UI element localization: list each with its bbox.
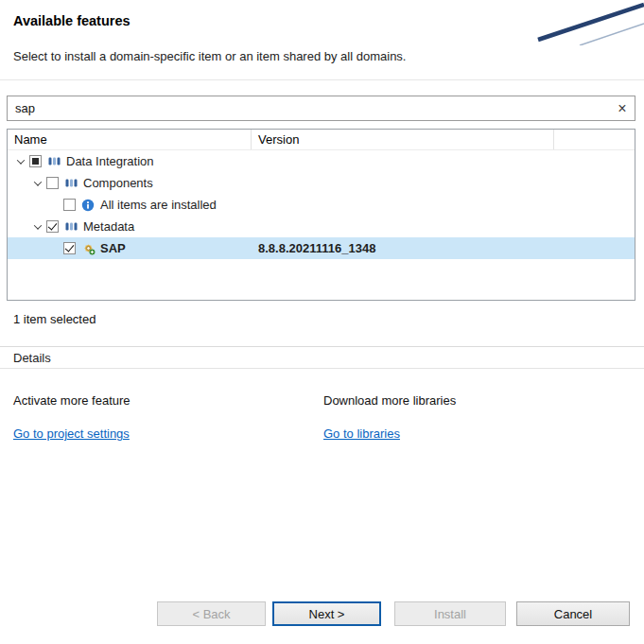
tree-row[interactable]: Components: [8, 172, 635, 194]
column-header-name[interactable]: Name: [8, 130, 252, 149]
expand-chevron-icon[interactable]: [30, 219, 45, 235]
expand-chevron-icon[interactable]: [30, 176, 45, 191]
banner-swoosh-decoration: [521, 0, 644, 45]
row-name-cell: Metadata: [8, 216, 252, 237]
go-to-project-settings-link[interactable]: Go to project settings: [13, 426, 130, 441]
feature-group-icon: [63, 219, 78, 234]
search-input[interactable]: [8, 101, 610, 115]
row-name-cell: All items are installed: [8, 194, 252, 216]
details-label: Details: [13, 351, 51, 365]
row-name-cell: Data Integration: [8, 150, 252, 172]
details-separator-bottom: [0, 368, 644, 369]
page-title: Available features: [13, 13, 131, 28]
features-tree: Name Version Data IntegrationComponentsA…: [7, 129, 635, 301]
row-checkbox[interactable]: [63, 199, 76, 211]
feature-group-icon: [63, 176, 78, 190]
row-checkbox[interactable]: [46, 177, 59, 189]
row-checkbox[interactable]: [29, 155, 42, 167]
cancel-button[interactable]: Cancel: [516, 601, 630, 626]
feature-group-icon: [46, 154, 61, 168]
back-button[interactable]: < Back: [157, 601, 266, 626]
go-to-libraries-link[interactable]: Go to libraries: [323, 426, 400, 441]
row-label: Data Integration: [66, 154, 154, 168]
row-label: Metadata: [83, 219, 134, 234]
sap-feature-icon: [80, 241, 96, 255]
row-label: All items are installed: [100, 198, 217, 212]
row-checkbox[interactable]: [46, 220, 59, 233]
row-checkbox[interactable]: [63, 242, 76, 254]
tree-row[interactable]: All items are installed: [8, 194, 635, 216]
row-version: 8.8.8.20211116_1348: [252, 241, 375, 255]
install-button[interactable]: Install: [394, 601, 506, 626]
tree-header: Name Version: [8, 130, 635, 150]
row-name-cell: Components: [8, 172, 252, 194]
row-name-cell: SAP: [8, 237, 252, 259]
header-separator: [0, 79, 644, 80]
tree-rows: Data IntegrationComponentsAll items are …: [8, 150, 635, 259]
page-description: Select to install a domain-specific item…: [13, 49, 406, 63]
column-header-version[interactable]: Version: [252, 130, 554, 149]
info-icon: [80, 198, 96, 212]
activate-feature-title: Activate more feature: [13, 393, 131, 408]
selection-status: 1 item selected: [13, 312, 96, 326]
tree-row[interactable]: Metadata: [8, 216, 635, 237]
search-box: ×: [7, 96, 635, 121]
tree-row[interactable]: Data Integration: [8, 150, 635, 172]
details-separator-top: [0, 346, 644, 347]
row-label: Components: [83, 176, 153, 190]
clear-search-icon[interactable]: ×: [610, 96, 635, 120]
next-button[interactable]: Next >: [272, 601, 381, 626]
expand-chevron-icon[interactable]: [13, 154, 28, 169]
tree-row[interactable]: SAP8.8.8.20211116_1348: [8, 237, 635, 259]
row-label: SAP: [100, 241, 126, 255]
download-libraries-title: Download more libraries: [323, 393, 456, 408]
